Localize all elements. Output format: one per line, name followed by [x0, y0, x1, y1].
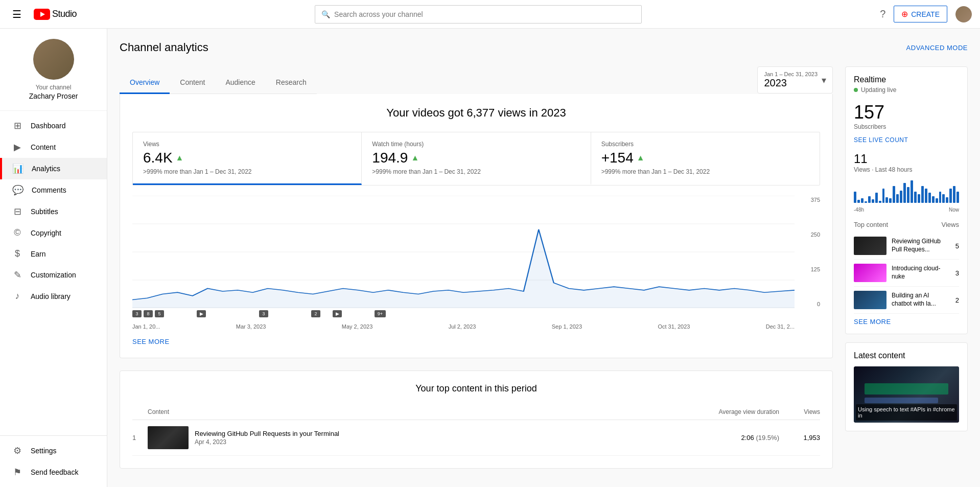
topbar-right: ? ⊕ CREATE [880, 6, 972, 22]
earn-icon: $ [12, 248, 22, 259]
latest-content-thumb[interactable]: Using speech to text #APIs in #chrome in [854, 366, 959, 423]
metric-views[interactable]: Views 6.4K ▲ >999% more than Jan 1 – Dec… [133, 132, 362, 185]
date-range-selector[interactable]: Jan 1 – Dec 31, 2023 2023 ▾ [757, 66, 833, 94]
youtube-studio-logo[interactable]: Studio [34, 9, 77, 20]
sidebar-item-settings[interactable]: ⚙ Settings [0, 440, 107, 461]
audio-library-icon: ♪ [12, 291, 22, 302]
row-num-1: 1 [132, 434, 148, 442]
top-content-thumb-2 [854, 264, 886, 282]
video-marker-3a[interactable]: 3 [132, 310, 142, 317]
video-marker-2[interactable]: 2 [311, 310, 320, 317]
mini-bar-12 [896, 194, 899, 203]
mini-chart-label-left: -48h [854, 207, 864, 213]
table-row-1[interactable]: 1 Reviewing GitHub Pull Requests in your… [132, 420, 820, 456]
top-content-label: Top content [854, 221, 888, 228]
tab-research[interactable]: Research [266, 72, 317, 94]
top-content-item-2[interactable]: Introducing cloud-nuke 3 [854, 260, 959, 287]
mini-chart-container: -48h Now [854, 177, 959, 213]
sidebar-item-comments[interactable]: 💬 Comments [0, 179, 107, 201]
sidebar-profile: Your channel Zachary Proser [0, 29, 107, 111]
search-bar[interactable]: 🔍 [315, 5, 642, 24]
create-plus-icon: ⊕ [901, 9, 908, 19]
mini-bar-9 [885, 197, 888, 203]
metric-watch-up-icon: ▲ [411, 153, 419, 163]
hero-title: Your videos got 6,377 views in 2023 [132, 106, 820, 120]
video-marker-3b[interactable]: 3 [259, 310, 268, 317]
avatar[interactable] [955, 6, 972, 22]
mini-bar-17 [914, 192, 917, 203]
realtime-subscribers-count: 157 [854, 102, 959, 123]
row-duration-1: 2:06 (19.5%) [687, 434, 779, 442]
menu-icon[interactable]: ☰ [8, 4, 26, 25]
mini-bar-13 [900, 191, 902, 203]
analytics-icon: 📊 [12, 163, 24, 174]
mini-bar-19 [921, 186, 924, 203]
x-label-jan: Jan 1, 20... [132, 323, 160, 330]
video-marker-9plus[interactable]: 9+ [375, 310, 386, 317]
studio-label: Studio [52, 9, 77, 19]
top-content-item-3[interactable]: Building an AI chatbot with la... 2 [854, 287, 959, 314]
sidebar-item-send-feedback[interactable]: ⚑ Send feedback [0, 461, 107, 483]
metric-views-up-icon: ▲ [176, 153, 184, 163]
realtime-live-status: Updating live [854, 86, 959, 94]
tab-content[interactable]: Content [170, 72, 215, 94]
mini-bar-25 [942, 194, 945, 203]
mini-bar-28 [953, 186, 955, 203]
youtube-icon [34, 9, 50, 20]
sidebar-item-earn[interactable]: $ Earn [0, 243, 107, 264]
sidebar-item-dashboard[interactable]: ⊞ Dashboard [0, 115, 107, 136]
video-marker-play-1[interactable]: ▶ [197, 310, 206, 317]
realtime-views-count: 11 [854, 152, 959, 166]
x-label-dec: Dec 31, 2... [766, 323, 795, 330]
sidebar-item-content[interactable]: ▶ Content [0, 136, 107, 158]
see-more-sidebar-button[interactable]: SEE MORE [854, 318, 959, 326]
mini-bar-4 [868, 196, 871, 203]
sidebar-item-label-copyright: Copyright [31, 229, 61, 237]
mini-bar-23 [936, 198, 938, 203]
x-label-mar: Mar 3, 2023 [236, 323, 266, 330]
metric-subs-label: Subscribers [601, 141, 809, 148]
tab-overview[interactable]: Overview [120, 72, 170, 94]
svg-marker-7 [132, 229, 795, 308]
sidebar-item-customization[interactable]: ✎ Customization [0, 264, 107, 286]
search-container: 🔍 [77, 5, 880, 24]
mini-chart-label-right: Now [949, 207, 959, 213]
y-label-250: 250 [797, 231, 820, 238]
metric-views-comparison: >999% more than Jan 1 – Dec 31, 2022 [143, 168, 351, 175]
top-content-item-1[interactable]: Reviewing GitHub Pull Reques... 5 [854, 233, 959, 260]
metric-watch-time[interactable]: Watch time (hours) 194.9 ▲ >999% more th… [362, 132, 591, 185]
mini-bar-1 [857, 200, 860, 203]
chart-container: 375 250 125 0 3 8 5 ▶ 3 2 ▶ [132, 196, 820, 334]
mini-bar-18 [918, 194, 920, 203]
top-content-title-1: Reviewing GitHub Pull Reques... [892, 238, 950, 253]
date-range-label: Jan 1 – Dec 31, 2023 [764, 71, 818, 77]
search-input[interactable] [334, 10, 635, 18]
mini-bar-2 [861, 198, 864, 203]
mini-chart [854, 177, 959, 203]
see-more-button[interactable]: SEE MORE [132, 338, 170, 345]
topbar-left: ☰ Studio [8, 4, 77, 25]
create-button[interactable]: ⊕ CREATE [894, 6, 947, 22]
video-marker-5[interactable]: 5 [155, 310, 164, 317]
sidebar-item-subtitles[interactable]: ⊟ Subtitles [0, 201, 107, 222]
tab-audience[interactable]: Audience [215, 72, 265, 94]
mini-bar-10 [889, 198, 892, 203]
row-thumb-1 [148, 426, 189, 449]
date-range-info: Jan 1 – Dec 31, 2023 2023 [764, 71, 818, 89]
top-content-title: Your top content in this period [132, 383, 820, 394]
video-marker-8[interactable]: 8 [144, 310, 153, 317]
mini-bar-14 [903, 183, 906, 203]
main-content: Channel analytics ADVANCED MODE Overview… [107, 29, 980, 487]
help-icon[interactable]: ? [880, 8, 885, 20]
advanced-mode-button[interactable]: ADVANCED MODE [906, 44, 968, 52]
sidebar-item-copyright[interactable]: © Copyright [0, 222, 107, 243]
sidebar-item-audio-library[interactable]: ♪ Audio library [0, 286, 107, 307]
topbar: ☰ Studio 🔍 ? ⊕ CREATE [0, 0, 980, 29]
see-live-count-button[interactable]: SEE LIVE COUNT [854, 136, 959, 144]
video-marker-play-2[interactable]: ▶ [333, 310, 342, 317]
top-content-info-1: Reviewing GitHub Pull Reques... [892, 238, 950, 253]
mini-bar-6 [875, 193, 878, 203]
sidebar-item-analytics[interactable]: 📊 Analytics [0, 158, 107, 179]
sidebar-item-label-customization: Customization [31, 271, 76, 279]
metric-subscribers[interactable]: Subscribers +154 ▲ >999% more than Jan 1… [591, 132, 820, 185]
